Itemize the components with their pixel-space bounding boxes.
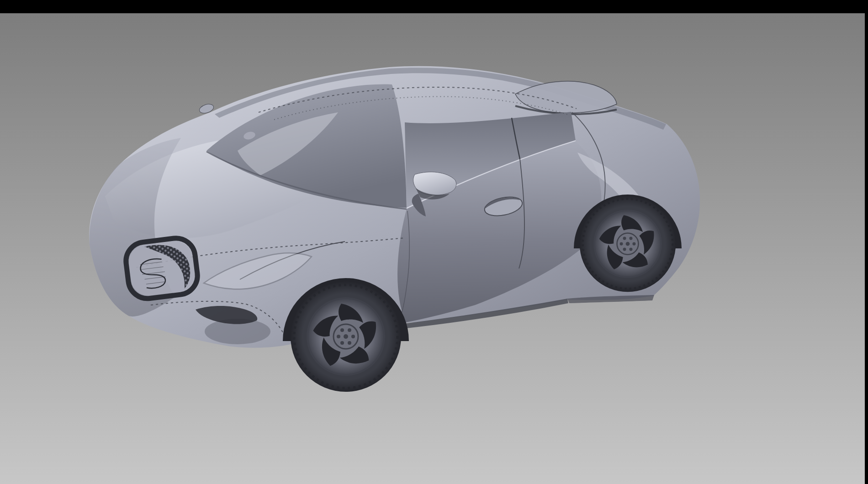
3d-viewport[interactable] — [0, 13, 865, 484]
letterbox-right-bar — [865, 0, 868, 484]
letterbox-top-bar — [0, 0, 868, 13]
application-window — [0, 0, 868, 484]
